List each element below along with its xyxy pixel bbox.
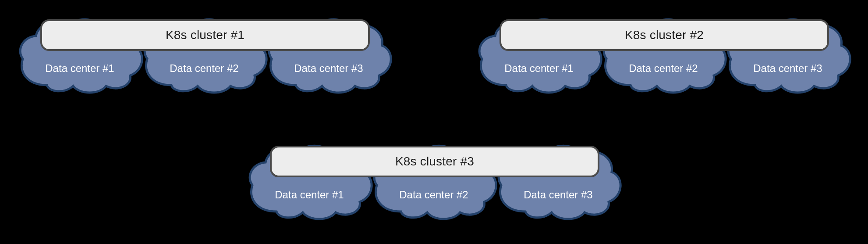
cluster-group-3: K8s cluster #3 Data center #1 Data cente… xyxy=(244,132,624,228)
datacenter-label: Data center #1 xyxy=(14,62,145,75)
cluster-group-2: K8s cluster #2 Data center #1 Data cente… xyxy=(473,5,854,102)
datacenter-labels: Data center #1 Data center #2 Data cente… xyxy=(473,62,854,80)
cluster-bar: K8s cluster #3 xyxy=(270,146,599,177)
cluster-title: K8s cluster #2 xyxy=(625,28,704,42)
datacenter-labels: Data center #1 Data center #2 Data cente… xyxy=(14,62,394,80)
cluster-title: K8s cluster #3 xyxy=(395,154,474,169)
datacenter-label: Data center #3 xyxy=(722,62,854,75)
datacenter-label: Data center #3 xyxy=(492,189,624,201)
datacenter-label: Data center #1 xyxy=(473,62,605,75)
datacenter-label: Data center #2 xyxy=(598,62,729,75)
datacenter-label: Data center #2 xyxy=(138,62,270,75)
datacenter-labels: Data center #1 Data center #2 Data cente… xyxy=(244,189,624,206)
cluster-bar: K8s cluster #2 xyxy=(500,19,829,51)
cluster-bar: K8s cluster #1 xyxy=(40,19,370,51)
datacenter-label: Data center #1 xyxy=(244,189,375,201)
datacenter-label: Data center #3 xyxy=(263,62,394,75)
datacenter-label: Data center #2 xyxy=(368,189,500,201)
diagram-canvas: K8s cluster #1 Data center #1 Data cente… xyxy=(0,0,868,244)
cluster-title: K8s cluster #1 xyxy=(166,28,244,42)
cluster-group-1: K8s cluster #1 Data center #1 Data cente… xyxy=(14,5,394,102)
